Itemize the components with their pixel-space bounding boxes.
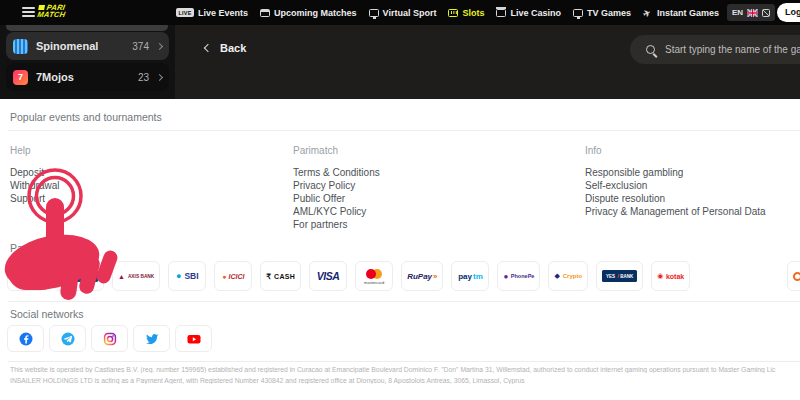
telegram-icon	[60, 331, 76, 347]
logo-part: ICICI	[228, 273, 244, 280]
logo-part: CASH	[274, 273, 295, 280]
social-instagram[interactable]	[91, 325, 128, 352]
logo-part: ●	[222, 273, 226, 280]
payment-logo: ●SBI	[176, 271, 199, 281]
login-button[interactable]: Log	[777, 3, 800, 22]
footer-link[interactable]: Deposit	[10, 166, 59, 179]
topbar: PARI MATCH LIVELive EventsUpcoming Match…	[0, 0, 800, 25]
social-youtube[interactable]	[175, 325, 212, 352]
youtube-icon	[186, 331, 202, 347]
social-twitter[interactable]	[133, 325, 170, 352]
logo-line2: MATCH	[37, 11, 66, 18]
logo-part: BANK	[617, 273, 633, 279]
nav-item-label: Live Casino	[510, 8, 561, 18]
language-label: EN	[732, 8, 743, 17]
social-telegram[interactable]	[49, 325, 86, 352]
topbar-nav: LIVELive EventsUpcoming MatchesVirtual S…	[176, 0, 719, 25]
nav-item-live-events[interactable]: LIVELive Events	[176, 8, 248, 18]
footer-column-header: Parimatch	[293, 145, 380, 156]
calendar-icon	[260, 9, 270, 17]
social-facebook[interactable]	[7, 325, 44, 352]
popular-events-title: Popular events and tournaments	[10, 111, 162, 123]
chevron-left-icon	[204, 44, 212, 52]
sidebar-item-7mojos[interactable]: 7Mojos23	[6, 63, 169, 91]
parimatch-logo[interactable]: PARI MATCH	[37, 4, 67, 18]
payment-method-crypto: ◆Crypto	[548, 261, 588, 291]
payment-logo: YESBANK	[602, 270, 637, 282]
logo-part: »	[433, 272, 437, 281]
footer-column-parimatch: ParimatchTerms & ConditionsPrivacy Polic…	[293, 145, 380, 231]
logo-part: HDFC BANK	[68, 274, 95, 279]
payment-method-paytm: paytm	[451, 261, 489, 291]
nav-item-label: TV Games	[587, 8, 631, 18]
divider	[8, 301, 800, 302]
live-badge-icon: LIVE	[176, 8, 194, 17]
partial-provider-row	[6, 25, 168, 31]
sidebar-item-spinomenal[interactable]: Spinomenal374	[6, 32, 169, 60]
providers-sidebar: Spinomenal3747Mojos23	[0, 25, 175, 99]
payment-logo: ■HDFC BANK	[59, 271, 98, 282]
social-links-row	[7, 325, 212, 352]
logo-part: ●	[503, 272, 508, 281]
footer-column-header: Info	[585, 145, 766, 156]
footer-link[interactable]: Support	[10, 192, 59, 205]
legal-text-line2: INSAILER HOLDINGS LTD is acting as a Pay…	[10, 377, 800, 384]
payment-logo: ◉kotak	[657, 272, 684, 280]
payment-method-mastercard: mastercard	[355, 261, 393, 291]
payment-method-rupay: RuPay»	[401, 261, 443, 291]
footer-link[interactable]: Public Offer	[293, 192, 380, 205]
logo-part: PhonePe	[511, 273, 535, 279]
logo-part: AXIS BANK	[128, 274, 154, 279]
payment-logo: ●ICICI	[222, 273, 244, 280]
dark-section: Spinomenal3747Mojos23 Back Start typing …	[0, 25, 800, 99]
facebook-icon	[18, 331, 34, 347]
payment-logo: VISA	[317, 270, 340, 282]
logo-part: ●	[176, 271, 181, 281]
nav-item-live-casino[interactable]: Live Casino	[496, 8, 561, 18]
payment-logo: RuPay»	[407, 272, 437, 281]
monitor-icon	[369, 9, 379, 17]
footer-link[interactable]: AML/KYC Policy	[293, 205, 380, 218]
menu-icon[interactable]	[22, 7, 35, 19]
social-networks-title: Social networks	[10, 308, 84, 320]
footer-link[interactable]: Dispute resolution	[585, 192, 766, 205]
payment-method-cash: ₹CASH	[260, 261, 301, 291]
footer-link[interactable]: Terms & Conditions	[293, 166, 380, 179]
nav-item-instant-games[interactable]: Instant Games	[643, 8, 719, 18]
payment-logo: UPI»	[16, 271, 36, 281]
logo-part: ■	[62, 273, 66, 279]
region-restricted-icon	[762, 9, 770, 17]
subheader: Back Start typing the name of the gam	[175, 25, 800, 99]
payment-method-hdfc: ■HDFC BANK	[53, 261, 104, 291]
payment-logo: mastercard	[364, 268, 384, 285]
nav-item-virtual-sport[interactable]: Virtual Sport	[369, 8, 437, 18]
payment-logo: ▲AXIS BANK	[118, 273, 154, 280]
live-casino-icon	[496, 9, 506, 17]
logo-part: ◉	[657, 272, 663, 280]
logo-part: ▲	[118, 273, 125, 280]
plane-icon	[643, 8, 653, 18]
language-selector[interactable]: EN	[727, 4, 775, 21]
search-input[interactable]: Start typing the name of the gam	[630, 35, 800, 64]
chevron-right-icon	[156, 42, 163, 49]
footer-link[interactable]: Withdrawal	[10, 179, 59, 192]
logo-part: UPI	[16, 271, 30, 281]
footer-link[interactable]: Responsible gambling	[585, 166, 766, 179]
search-icon	[646, 45, 655, 54]
divider	[8, 361, 800, 362]
footer-link[interactable]: Privacy Policy	[293, 179, 380, 192]
provider-name: Spinomenal	[36, 40, 124, 52]
nav-item-slots[interactable]: Slots	[448, 8, 484, 18]
logo-part: ◆	[554, 272, 559, 280]
footer-link[interactable]: Self-exclusion	[585, 179, 766, 192]
nav-item-tv-games[interactable]: TV Games	[573, 8, 631, 18]
logo-part: »	[31, 271, 36, 281]
footer-link[interactable]: Privacy & Management of Personal Data	[585, 205, 766, 218]
nav-item-upcoming-matches[interactable]: Upcoming Matches	[260, 8, 357, 18]
back-button[interactable]: Back	[205, 42, 246, 54]
sidebar-provider-list: Spinomenal3747Mojos23	[0, 32, 175, 94]
logo-part: kotak	[666, 273, 684, 280]
spinomenal-icon	[13, 39, 28, 54]
footer-column-info: InfoResponsible gamblingSelf-exclusionDi…	[585, 145, 766, 218]
footer-link[interactable]: For partners	[293, 218, 380, 231]
